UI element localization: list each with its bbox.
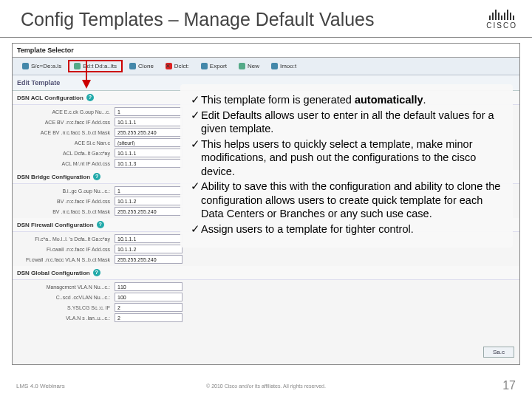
logo-block: CISCO	[486, 10, 517, 30]
help-icon[interactable]: ?	[93, 269, 100, 276]
check-icon: ✓	[191, 93, 201, 107]
form-row: Fi.cwall .n:c.facc VLA.N S..b.ct Mask	[13, 254, 519, 265]
new-button[interactable]: New	[233, 61, 265, 72]
logo-bars-icon	[489, 10, 514, 20]
import-button[interactable]: Imoo:t	[266, 61, 301, 72]
input[interactable]	[115, 128, 183, 137]
input[interactable]	[115, 234, 183, 243]
bullet-item: ✓ Assign users to a template for tighter…	[191, 222, 502, 236]
export-icon	[201, 63, 208, 69]
input[interactable]	[115, 282, 183, 291]
label: Fi.cwall .n:c.facc IF Add.css	[17, 247, 115, 252]
label: Export	[210, 63, 227, 69]
delete-icon: ✕	[166, 63, 172, 69]
bullet-item: ✓Edit Defaults allows user to enter in a…	[191, 109, 502, 136]
input[interactable]	[115, 197, 183, 205]
label: BV .n:c.facc S..b.ct Mask	[17, 209, 115, 214]
input[interactable]	[115, 293, 183, 301]
label: Edit Template	[17, 79, 60, 86]
label: ACE BV .n:c.facc IF Add.css	[17, 120, 115, 125]
label: S/c=De:a.ls	[31, 63, 61, 69]
form-row: VLA.N s .lan..u...c.:	[13, 313, 519, 323]
help-icon[interactable]: ?	[86, 94, 94, 101]
check-icon: ✓	[191, 109, 201, 136]
label: ACE Si.c Nan.c	[17, 140, 115, 146]
title-bar: Config Templates – Manage Default Values…	[21, 9, 517, 30]
save-button[interactable]: Sa.c	[483, 347, 514, 358]
slide: Config Templates – Manage Default Values…	[0, 0, 532, 399]
input[interactable]	[115, 303, 183, 312]
label: ACL M/.nt IF Add.css	[17, 161, 115, 166]
clone-icon	[129, 63, 136, 69]
import-icon	[271, 63, 278, 69]
clone-button[interactable]: Clone	[124, 61, 159, 72]
delete-button[interactable]: ✕Dclct:	[160, 61, 194, 72]
section-global-hdr: DSN Global Configuration?	[13, 266, 519, 280]
label: New	[248, 63, 259, 69]
label: Fi.c*a.. Mo.l..l. 's Dcfa..lt Ga:c*ay	[17, 236, 115, 242]
bullet-list: ✓This template form is generated automat…	[191, 93, 502, 236]
form-row: Managcmcnt VLA.N Nu...c.:	[13, 282, 519, 292]
new-icon	[239, 63, 245, 69]
label: ACE E.c.ck G.oup Nu...c.	[17, 109, 115, 115]
cisco-logo: CISCO	[486, 10, 517, 30]
check-icon: ✓	[191, 180, 201, 221]
text: This helps users to quickly select a tem…	[201, 137, 502, 179]
label: ACL Dcfa..lt Ga:c*ay	[17, 151, 115, 156]
label: Managcmcnt VLA.N Nu...c.:	[17, 284, 115, 290]
text: Ability to save this with the configurat…	[201, 180, 502, 221]
input[interactable]	[115, 207, 183, 216]
form-row: S.YSLCG Sc.:c. IF	[13, 302, 519, 313]
help-icon[interactable]: ?	[93, 173, 100, 180]
global-rows: Managcmcnt VLA.N Nu...c.: C..scd .ccVLAN…	[13, 280, 519, 324]
export-button[interactable]: Export	[196, 61, 232, 72]
input[interactable]	[115, 159, 183, 168]
footer: LMS 4.0 Webinars © 2010 Cisco and/or its…	[0, 372, 532, 399]
label: VLA.N s .lan..u...c.:	[17, 316, 115, 321]
label: B.i..gc G.oup Nu...c.:	[17, 188, 115, 194]
template-selector-header: Template Selector	[13, 44, 519, 58]
input[interactable]	[115, 138, 183, 147]
label: C..scd .ccVLAN Nu...c.:	[17, 295, 115, 300]
bullet-item: ✓This template form is generated automat…	[191, 93, 502, 107]
label: BV .n:c.facc IF Add.css	[17, 199, 115, 204]
help-icon[interactable]: ?	[97, 221, 104, 228]
input[interactable]	[115, 117, 183, 126]
bullet-item: ✓Ability to save this with the configura…	[191, 180, 502, 221]
callout-overlay: ✓This template form is generated automat…	[180, 84, 513, 248]
label: DSN Bridge Configuration	[17, 174, 90, 180]
text: This template form is generated automati…	[201, 93, 502, 107]
input[interactable]	[115, 149, 183, 157]
text: Edit Defaults allows user to enter in al…	[201, 109, 502, 136]
callout-arrow-icon	[80, 59, 93, 89]
label: DSN Firewall Configuration	[17, 222, 94, 228]
input[interactable]	[115, 255, 183, 264]
label: Clone	[138, 63, 154, 69]
save-row: Sa.c	[483, 344, 514, 358]
input[interactable]	[115, 245, 183, 253]
footer-center: © 2010 Cisco and/or its affiliates. All …	[0, 383, 532, 389]
label: Fi.cwall .n:c.facc VLA.N S..b.ct Mask	[17, 257, 115, 262]
page-title: Config Templates – Manage Default Values	[21, 9, 375, 30]
label: DSN ACL Configuration	[17, 95, 83, 101]
form-row: C..scd .ccVLAN Nu...c.:	[13, 292, 519, 302]
text: Assign users to a template for tighter c…	[201, 222, 502, 236]
label: S.YSLCG Sc.:c. IF	[17, 305, 115, 310]
details-icon	[22, 63, 29, 69]
label: Imoo:t	[280, 63, 296, 69]
show-details-button[interactable]: S/c=De:a.ls	[17, 61, 66, 72]
label: DSN Global Configuration	[17, 270, 90, 276]
edit-defaults-button[interactable]: Ed:t Dd:a..lts	[68, 60, 123, 72]
check-icon: ✓	[191, 222, 201, 236]
logo-text: CISCO	[486, 21, 517, 30]
svg-marker-1	[82, 80, 91, 89]
label: ACE BV .n:c.facc S..b.ct Mask	[17, 130, 115, 135]
input[interactable]	[115, 313, 183, 322]
check-icon: ✓	[191, 137, 201, 179]
input[interactable]	[115, 186, 183, 195]
divider	[0, 37, 532, 38]
page-number: 17	[502, 379, 516, 392]
bullet-item: ✓This helps users to quickly select a te…	[191, 137, 502, 179]
input[interactable]	[115, 107, 183, 116]
label: Dclct:	[174, 63, 189, 69]
